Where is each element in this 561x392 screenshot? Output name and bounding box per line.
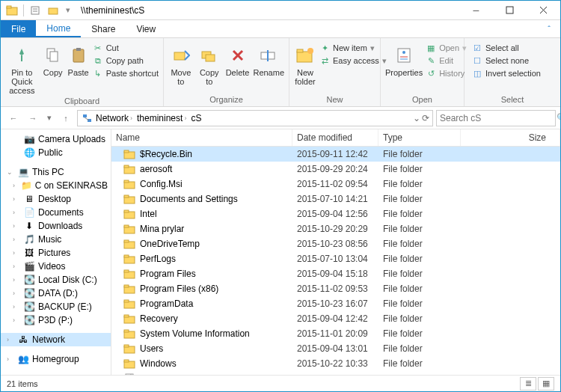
- qat-properties[interactable]: [27, 2, 43, 19]
- svg-rect-13: [76, 48, 81, 51]
- table-row[interactable]: Documents and Settings2015-07-10 14:21Fi…: [111, 192, 560, 206]
- window-title: \\themininest\cS: [76, 5, 459, 16]
- tree-downloads[interactable]: ›⬇Downloads: [1, 219, 111, 233]
- tab-view[interactable]: View: [126, 20, 166, 37]
- crumb-dropdown[interactable]: ⌄: [413, 113, 420, 123]
- delete-button[interactable]: Delete: [225, 41, 251, 77]
- table-row[interactable]: Mina prylar2015-10-29 20:29File folder: [111, 221, 560, 236]
- music-icon: 🎵: [23, 233, 35, 245]
- col-date[interactable]: Date modified: [292, 129, 378, 146]
- tree-this-pc[interactable]: ⌄💻This PC: [1, 165, 111, 179]
- tree-homegroup[interactable]: ›👥Homegroup: [1, 352, 111, 366]
- table-row[interactable]: Users2015-09-04 13:01File folder: [111, 341, 560, 356]
- table-row[interactable]: PerfLogs2015-07-10 13:04File folder: [111, 251, 560, 266]
- tab-home[interactable]: Home: [36, 20, 81, 37]
- svg-rect-58: [124, 345, 129, 347]
- invert-selection-icon: ◫: [472, 68, 482, 79]
- col-type[interactable]: Type: [378, 129, 461, 146]
- svg-rect-56: [124, 330, 129, 332]
- refresh-button[interactable]: ⟳: [422, 113, 429, 123]
- ribbon: Pin to Quick access Copy Paste ✂Cut ⧉Cop…: [1, 38, 560, 107]
- properties-button[interactable]: Properties: [385, 41, 423, 77]
- table-row[interactable]: OneDriveTemp2015-10-23 08:56File folder: [111, 236, 560, 251]
- recent-dropdown[interactable]: ▾: [44, 110, 55, 126]
- crumb-host[interactable]: themininest: [137, 113, 183, 123]
- tree-camera-uploads[interactable]: 📷Camera Uploads: [1, 132, 111, 146]
- back-button[interactable]: ←: [5, 110, 22, 126]
- table-row[interactable]: Intel2015-09-04 12:56File folder: [111, 206, 560, 221]
- tree-p3dp[interactable]: ›💽P3D (P:): [1, 313, 111, 327]
- quick-access-toolbar: ▾: [1, 2, 76, 19]
- drive-icon: 💽: [23, 287, 35, 299]
- table-row[interactable]: System Volume Information2015-11-01 20:0…: [111, 326, 560, 341]
- tree-documents[interactable]: ›📄Documents: [1, 206, 111, 219]
- qat-newfolder[interactable]: [45, 2, 61, 19]
- folder-icon: [123, 268, 135, 280]
- tree-pictures[interactable]: ›🖼Pictures: [1, 246, 111, 260]
- crumb-network[interactable]: Network: [96, 113, 129, 123]
- file-date: 2015-11-02 09:54: [292, 178, 378, 190]
- col-size[interactable]: Size: [461, 129, 560, 146]
- easy-access-button[interactable]: ⇄Easy access▾: [319, 55, 387, 66]
- table-row[interactable]: aerosoft2015-09-29 20:24File folder: [111, 162, 560, 177]
- table-row[interactable]: $Recycle.Bin2015-09-11 12:42File folder: [111, 147, 560, 162]
- forward-button[interactable]: →: [25, 110, 41, 126]
- rename-button[interactable]: Rename: [253, 41, 284, 77]
- column-headers[interactable]: Name Date modified Type Size: [111, 129, 560, 147]
- tree-localc[interactable]: ›💽Local Disk (C:): [1, 273, 111, 287]
- paste-button[interactable]: Paste: [67, 41, 90, 77]
- tree-videos[interactable]: ›🎬Videos: [1, 260, 111, 273]
- tree-network[interactable]: ›🖧Network: [1, 333, 111, 346]
- open-button[interactable]: ▦Open▾: [426, 43, 467, 53]
- qat-dropdown[interactable]: ▾: [63, 2, 73, 19]
- file-name: Intel: [140, 209, 157, 219]
- table-row[interactable]: Recovery2015-09-04 12:42File folder: [111, 311, 560, 326]
- copy-path-button[interactable]: ⧉Copy path: [93, 55, 159, 66]
- select-none-button[interactable]: ☐Select none: [472, 55, 541, 66]
- table-row[interactable]: Program Files2015-09-04 15:18File folder: [111, 266, 560, 281]
- close-button[interactable]: [527, 1, 560, 20]
- tree-public[interactable]: 🌐Public: [1, 146, 111, 159]
- view-thumbs-button[interactable]: ▦: [538, 377, 554, 391]
- table-row[interactable]: Config.Msi2015-11-02 09:54File folder: [111, 177, 560, 192]
- file-name: aerosoft: [140, 164, 172, 174]
- pin-quick-access-button[interactable]: Pin to Quick access: [5, 41, 39, 95]
- minimize-button[interactable]: ─: [459, 1, 493, 20]
- maximize-button[interactable]: [493, 1, 527, 20]
- col-name[interactable]: Name: [111, 129, 292, 146]
- breadcrumb[interactable]: Network› themininest› cS ⌄⟳: [77, 110, 433, 126]
- new-item-button[interactable]: ✦New item▾: [319, 43, 387, 53]
- tree-backupe[interactable]: ›💽BACKUP (E:): [1, 300, 111, 313]
- tab-file[interactable]: File: [1, 20, 36, 37]
- file-list[interactable]: Name Date modified Type Size $Recycle.Bi…: [111, 129, 560, 375]
- file-name: Users: [140, 343, 163, 354]
- new-folder-button[interactable]: New folder: [294, 41, 316, 86]
- move-to-button[interactable]: Move to: [168, 41, 194, 86]
- tab-share[interactable]: Share: [81, 20, 126, 37]
- up-button[interactable]: ↑: [58, 110, 74, 126]
- table-row[interactable]: Windows2015-10-22 10:33File folder: [111, 356, 560, 371]
- edit-button[interactable]: ✎Edit: [426, 55, 467, 66]
- view-details-button[interactable]: ≣: [520, 377, 536, 391]
- file-date: 2015-11-02 09:53: [292, 283, 378, 295]
- cut-button[interactable]: ✂Cut: [93, 43, 159, 53]
- invert-selection-button[interactable]: ◫Invert selection: [472, 68, 541, 79]
- tree-cnet[interactable]: ›📁C on SEKINRASB: [1, 179, 111, 192]
- table-row[interactable]: Program Files (x86)2015-11-02 09:53File …: [111, 281, 560, 296]
- ribbon-toggle[interactable]: ˆ: [538, 20, 560, 37]
- tree-music[interactable]: ›🎵Music: [1, 233, 111, 246]
- nav-tree[interactable]: 📷Camera Uploads 🌐Public ⌄💻This PC ›📁C on…: [1, 129, 111, 375]
- search-box[interactable]: 🔍: [436, 110, 556, 126]
- search-input[interactable]: [440, 113, 552, 123]
- crumb-share[interactable]: cS: [191, 113, 201, 123]
- tree-desktop[interactable]: ›🖥Desktop: [1, 192, 111, 206]
- history-button[interactable]: ↺History: [426, 68, 467, 79]
- table-row[interactable]: ProgramData2015-10-23 16:07File folder: [111, 296, 560, 311]
- copy-button[interactable]: Copy: [42, 41, 64, 77]
- folder-icon: [123, 313, 135, 325]
- paste-shortcut-button[interactable]: ↳Paste shortcut: [93, 68, 159, 79]
- table-row[interactable]: bootmgr2015-07-10 13:00System file387 KB: [111, 371, 560, 375]
- select-all-button[interactable]: ☑Select all: [472, 43, 541, 53]
- copy-to-button[interactable]: Copy to: [197, 41, 222, 86]
- tree-datad[interactable]: ›💽DATA (D:): [1, 287, 111, 300]
